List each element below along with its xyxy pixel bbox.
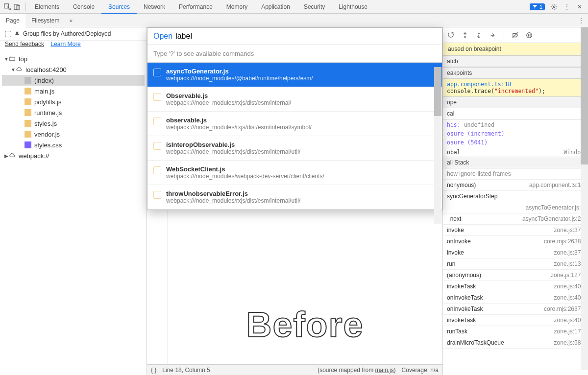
command-menu: Open Type '?' to see available commands … — [147, 27, 442, 210]
group-files-checkbox[interactable] — [5, 31, 11, 37]
learn-more-link[interactable]: Learn More — [50, 41, 80, 47]
breakpoint-item[interactable]: app.component.ts:18 console.trace("incre… — [443, 79, 588, 96]
device-toggle-icon[interactable] — [14, 3, 21, 10]
stack-frame[interactable]: invokezone.js:372 — [443, 225, 588, 236]
toolbar-divider — [504, 31, 504, 40]
scope-body: his: undefinedosure (increment) osure (5… — [443, 119, 588, 148]
debugger-pane: aused on breakpoint atch eakpoints app.c… — [443, 27, 588, 375]
main-tab-performance[interactable]: Performance — [172, 0, 220, 14]
svg-rect-4 — [10, 57, 15, 61]
main-tab-security[interactable]: Security — [297, 0, 332, 14]
step-out-icon[interactable] — [489, 32, 496, 39]
tree-item[interactable]: (index) — [2, 75, 145, 86]
issues-badge[interactable]: 1 — [530, 3, 545, 10]
stack-frame[interactable]: runzone.js:134 — [443, 258, 588, 270]
nav-tab-filesystem[interactable]: Filesystem — [25, 14, 65, 27]
command-results: asyncToGenerator.jswebpack:///node_modul… — [147, 63, 442, 210]
main-tab-network[interactable]: Network — [137, 0, 172, 14]
command-scrollbar-thumb[interactable] — [434, 67, 441, 116]
command-input[interactable] — [175, 32, 436, 41]
pretty-print-icon[interactable]: { } — [151, 367, 156, 374]
stack-frame[interactable]: onInvokeTaskzone.js:405 — [443, 292, 588, 304]
command-result[interactable]: Observable.jswebpack:///node_modules/rxj… — [147, 87, 442, 112]
kebab-icon[interactable]: ⋮ — [564, 3, 570, 10]
author-icon — [14, 31, 20, 37]
step-into-icon[interactable] — [475, 32, 482, 39]
inspect-icon[interactable] — [4, 3, 11, 10]
main-tab-memory[interactable]: Memory — [220, 0, 254, 14]
watch-section[interactable]: atch — [443, 55, 588, 67]
scope-local[interactable]: cal — [443, 108, 588, 119]
ignore-frames-hint[interactable]: how ignore-listed frames — [443, 168, 588, 180]
sourcemap-info: (source mapped from main.js) — [318, 367, 395, 374]
command-result[interactable]: asyncToGenerator.jswebpack:///node_modul… — [147, 63, 442, 87]
scope-section[interactable]: ope — [443, 96, 588, 108]
tree-item[interactable]: styles.css — [2, 140, 145, 150]
navigator-menu-icon[interactable]: ⋮ — [574, 17, 588, 24]
tree-item[interactable]: styles.js — [2, 118, 145, 129]
coverage-info: Coverage: n/a — [402, 367, 439, 374]
call-stack: nonymous)app.component.ts:18syncGenerato… — [443, 180, 588, 349]
stack-frame[interactable]: (anonymous)zone.js:1275 — [443, 270, 588, 281]
tree-item[interactable]: ▼top — [2, 53, 145, 64]
paused-banner: aused on breakpoint — [443, 43, 588, 55]
editor-pane: 252627 }}Before { } Line 18, Column 5 (s… — [147, 27, 443, 375]
svg-point-3 — [553, 6, 555, 8]
main-tab-lighthouse[interactable]: Lighthouse — [332, 0, 374, 14]
stack-frame[interactable]: onInvokecore.mjs:26383 — [443, 236, 588, 247]
callstack-section[interactable]: all Stack — [443, 157, 588, 168]
command-result[interactable]: WebSocketClient.jswebpack:///node_module… — [147, 161, 442, 185]
scope-global[interactable]: obal Window — [443, 148, 588, 157]
svg-point-5 — [464, 36, 466, 38]
main-tab-console[interactable]: Console — [66, 0, 101, 14]
tree-item[interactable]: polyfills.js — [2, 96, 145, 107]
command-result[interactable]: throwUnobservableError.jswebpack:///node… — [147, 185, 442, 210]
send-feedback-link[interactable]: Send feedback — [5, 41, 44, 47]
resume-icon[interactable] — [448, 32, 455, 39]
stack-frame[interactable]: syncGeneratorStep — [443, 191, 588, 202]
stack-frame[interactable]: drainMicroTaskQueuezone.js:585 — [443, 337, 588, 349]
stack-frame[interactable]: invokeTaskzone.js:406 — [443, 281, 588, 292]
more-tabs-chevron[interactable]: » — [65, 17, 76, 24]
main-tab-application[interactable]: Application — [254, 0, 297, 14]
svg-rect-1 — [14, 4, 18, 9]
tree-item[interactable]: runtime.js — [2, 107, 145, 118]
stack-frame[interactable]: onInvokeTaskcore.mjs:26370 — [443, 304, 588, 315]
command-hint: Type '?' to see available commands — [147, 45, 442, 63]
tree-item[interactable]: main.js — [2, 86, 145, 96]
deactivate-breakpoints-icon[interactable] — [512, 32, 519, 39]
nav-tab-page[interactable]: Page — [0, 14, 25, 27]
before-watermark: Before — [246, 305, 364, 345]
main-tabs: ElementsConsoleSourcesNetworkPerformance… — [0, 0, 588, 14]
navigator-tabs: PageFilesystem » ⋮ — [0, 14, 588, 27]
stack-frame[interactable]: nonymous)app.component.ts:18 — [443, 180, 588, 191]
stack-frame[interactable]: invokeTaskzone.js:405 — [443, 315, 588, 326]
divider — [25, 2, 26, 11]
stack-frame[interactable]: runTaskzone.js:178 — [443, 326, 588, 337]
editor-statusbar: { } Line 18, Column 5 (source mapped fro… — [147, 364, 442, 375]
pause-exceptions-icon[interactable] — [526, 32, 533, 39]
debugger-toolbar — [443, 27, 588, 43]
page-scrollbar-thumb[interactable] — [581, 27, 588, 164]
close-icon[interactable]: ✕ — [576, 3, 583, 10]
file-tree: ▼top▼localhost:4200(index)main.jspolyfil… — [0, 50, 147, 164]
stack-frame[interactable]: asyncToGenerator.js:3 — [443, 202, 588, 213]
stack-frame[interactable]: invokezone.js:371 — [443, 247, 588, 258]
svg-rect-8 — [528, 34, 529, 36]
step-over-icon[interactable] — [462, 32, 468, 39]
stack-frame[interactable]: _nextasyncToGenerator.js:25 — [443, 213, 588, 225]
main-tab-elements[interactable]: Elements — [28, 0, 66, 14]
gear-icon[interactable] — [551, 3, 558, 10]
tree-item[interactable]: vendor.js — [2, 129, 145, 140]
tree-item[interactable]: ▼localhost:4200 — [2, 64, 145, 75]
issues-count: 1 — [539, 4, 542, 10]
breakpoint-file: app.component.ts:18 — [447, 81, 584, 88]
command-result[interactable]: isInteropObservable.jswebpack:///node_mo… — [147, 136, 442, 161]
tree-item[interactable]: ▶webpack:// — [2, 150, 145, 161]
breakpoints-section[interactable]: eakpoints — [443, 67, 588, 79]
sourcemap-link[interactable]: main.js — [375, 367, 394, 374]
main-tab-sources[interactable]: Sources — [101, 0, 137, 14]
command-result[interactable]: observable.jswebpack:///node_modules/rxj… — [147, 112, 442, 136]
group-files-row[interactable]: Group files by Authored/Deployed — [0, 27, 147, 41]
command-input-row[interactable]: Open — [147, 28, 442, 45]
